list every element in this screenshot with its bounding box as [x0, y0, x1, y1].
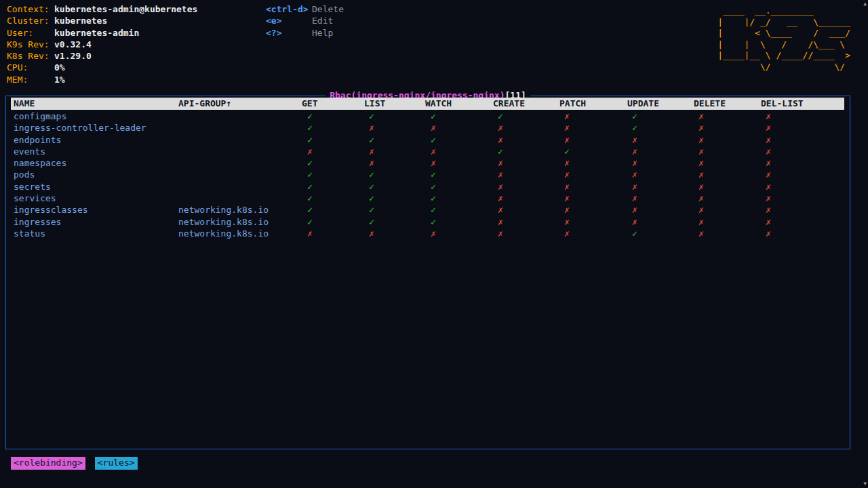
check-icon: ✓: [307, 135, 313, 145]
check-icon: ✓: [564, 146, 570, 157]
resource-name: pods: [14, 169, 35, 180]
cross-icon: ✗: [632, 146, 637, 157]
check-icon: ✓: [307, 182, 313, 192]
check-icon: ✓: [632, 228, 637, 239]
table-row[interactable]: pods✓✓✓✗✗✗✗✗: [6, 169, 850, 181]
info-value: v1.29.0: [54, 51, 92, 61]
cross-icon: ✗: [369, 146, 374, 157]
cross-icon: ✗: [632, 135, 637, 145]
resource-name: events: [14, 146, 45, 157]
cross-icon: ✗: [698, 135, 704, 145]
check-icon: ✓: [431, 193, 436, 203]
cross-icon: ✗: [766, 169, 771, 180]
cross-icon: ✗: [698, 123, 704, 133]
column-header[interactable]: DEL-LIST: [761, 98, 804, 108]
check-icon: ✓: [431, 135, 436, 145]
column-header[interactable]: LIST: [364, 98, 385, 108]
menu-label: Delete: [312, 4, 344, 14]
info-row: K9s Rev:v0.32.4: [7, 39, 197, 50]
column-header[interactable]: CREATE: [493, 98, 525, 108]
resource-name: ingressclasses: [14, 205, 88, 215]
cluster-info: Context:kubernetes-admin@kubernetesClust…: [7, 3, 197, 85]
cross-icon: ✗: [431, 123, 436, 133]
breadcrumb-item[interactable]: <rolebinding>: [11, 457, 85, 470]
table-row[interactable]: namespaces✓✗✗✗✗✗✗✗: [6, 158, 850, 169]
info-label: CPU:: [7, 62, 54, 73]
resource-name: services: [14, 193, 56, 203]
cross-icon: ✗: [431, 158, 436, 168]
table-row[interactable]: ingress-controller-leader✓✗✗✗✗✓✗✗: [6, 123, 850, 134]
check-icon: ✓: [307, 111, 313, 121]
cross-icon: ✗: [564, 111, 570, 121]
check-icon: ✓: [307, 217, 313, 227]
rbac-rows: configmaps✓✓✓✓✗✓✗✗ingress-controller-lea…: [6, 111, 850, 240]
cross-icon: ✗: [564, 205, 570, 215]
info-row: K8s Rev:v1.29.0: [7, 50, 197, 62]
scrollbar-up-icon[interactable]: ▲: [863, 1, 867, 7]
check-icon: ✓: [632, 123, 637, 133]
cross-icon: ✗: [498, 123, 503, 133]
cross-icon: ✗: [766, 146, 771, 157]
column-header[interactable]: DELETE: [694, 98, 726, 108]
table-row[interactable]: endpoints✓✓✓✗✗✗✗✗: [6, 135, 850, 146]
menu-item: <e>Edit: [266, 15, 344, 26]
cross-icon: ✗: [564, 169, 570, 180]
cross-icon: ✗: [632, 158, 637, 168]
cross-icon: ✗: [307, 228, 313, 239]
check-icon: ✓: [369, 169, 374, 180]
info-value: kubernetes-admin: [54, 28, 139, 38]
table-row[interactable]: ingressesnetworking.k8s.io✓✓✓✗✗✗✗✗: [6, 217, 850, 228]
table-row[interactable]: services✓✓✓✗✗✗✗✗: [6, 193, 850, 205]
check-icon: ✓: [307, 205, 313, 215]
cross-icon: ✗: [632, 193, 637, 203]
menu-label: Edit: [312, 16, 333, 26]
column-header[interactable]: GET: [302, 98, 317, 108]
menu-key: <e>: [266, 15, 312, 26]
info-row: User:kubernetes-admin: [7, 27, 197, 39]
cross-icon: ✗: [307, 146, 313, 157]
check-icon: ✓: [307, 193, 313, 203]
column-header[interactable]: NAME: [14, 98, 35, 108]
api-group: networking.k8s.io: [178, 228, 269, 239]
table-row[interactable]: statusnetworking.k8s.io✗✗✗✗✗✓✗✗: [6, 228, 850, 240]
cross-icon: ✗: [564, 228, 570, 239]
check-icon: ✓: [369, 111, 374, 121]
check-icon: ✓: [307, 169, 313, 180]
resource-name: endpoints: [14, 135, 61, 145]
cross-icon: ✗: [498, 182, 503, 192]
cross-icon: ✗: [698, 217, 704, 227]
table-row[interactable]: ingressclassesnetworking.k8s.io✓✓✓✗✗✗✗✗: [6, 205, 850, 216]
cross-icon: ✗: [632, 169, 637, 180]
cross-icon: ✗: [564, 182, 570, 192]
cross-icon: ✗: [698, 193, 704, 203]
check-icon: ✓: [369, 135, 374, 145]
table-row[interactable]: secrets✓✓✓✗✗✗✗✗: [6, 182, 850, 193]
column-header[interactable]: UPDATE: [627, 98, 659, 108]
cross-icon: ✗: [431, 146, 436, 157]
column-header[interactable]: API-GROUP↑: [178, 98, 231, 108]
check-icon: ✓: [307, 123, 313, 133]
info-value: kubernetes-admin@kubernetes: [54, 4, 197, 14]
cross-icon: ✗: [498, 228, 503, 239]
check-icon: ✓: [431, 169, 436, 180]
info-row: MEM:1%: [7, 74, 197, 85]
breadcrumb-item[interactable]: <rules>: [95, 457, 138, 470]
api-group: networking.k8s.io: [178, 205, 269, 215]
cross-icon: ✗: [369, 158, 374, 168]
table-row[interactable]: events✗✗✗✓✓✗✗✗: [6, 146, 850, 158]
column-header[interactable]: PATCH: [559, 98, 586, 108]
k9s-logo-icon: ____ __.________ | |/ _/ __ \______ | < …: [717, 5, 850, 73]
menu-item: <ctrl-d>Delete: [266, 3, 344, 15]
cross-icon: ✗: [632, 205, 637, 215]
column-header[interactable]: WATCH: [425, 98, 452, 108]
scrollbar-down-icon[interactable]: ▼: [863, 481, 867, 487]
cross-icon: ✗: [431, 228, 436, 239]
cross-icon: ✗: [632, 182, 637, 192]
cross-icon: ✗: [369, 123, 374, 133]
info-label: Cluster:: [7, 15, 54, 26]
menu: <ctrl-d>Delete<e>Edit<?>Help: [266, 3, 344, 39]
info-label: K9s Rev:: [7, 39, 54, 50]
table-row[interactable]: configmaps✓✓✓✓✗✓✗✗: [6, 111, 850, 123]
cross-icon: ✗: [766, 158, 771, 168]
menu-label: Help: [312, 28, 333, 38]
